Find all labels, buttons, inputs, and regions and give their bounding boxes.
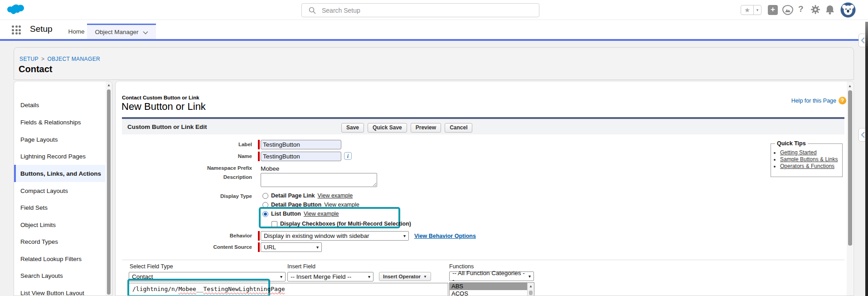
section-divider xyxy=(122,260,844,260)
search-input[interactable] xyxy=(301,3,539,17)
sidebar-item-details[interactable]: Details xyxy=(14,96,105,113)
setup-gear-icon[interactable] xyxy=(810,5,820,15)
name-input[interactable] xyxy=(261,152,341,161)
select-caret-icon: ▾ xyxy=(529,274,531,279)
select-caret-icon: ▾ xyxy=(368,274,370,279)
view-behavior-options-link[interactable]: View Behavior Options xyxy=(414,233,476,239)
user-avatar[interactable] xyxy=(840,2,856,18)
label-input[interactable] xyxy=(261,140,341,149)
preview-button[interactable]: Preview xyxy=(411,123,441,133)
scrollbar-up-arrow-icon[interactable]: ▲ xyxy=(106,82,112,89)
behavior-select[interactable]: Display in existing window with sidebar▾ xyxy=(261,231,409,241)
scrollbar-up-arrow-icon[interactable]: ▲ xyxy=(528,283,534,290)
favorites-star-icon[interactable]: ★ xyxy=(741,5,754,15)
content-scrollbar[interactable]: ▲ xyxy=(847,81,853,296)
sidebar-item-object-limits[interactable]: Object Limits xyxy=(14,216,105,233)
quick-save-button[interactable]: Quick Save xyxy=(368,123,407,133)
breadcrumb-object-manager-link[interactable]: OBJECT MANAGER xyxy=(47,56,100,62)
sample-buttons-links-link[interactable]: Sample Buttons & Links xyxy=(780,156,838,163)
view-example-link[interactable]: View example xyxy=(318,192,353,199)
radio-icon[interactable] xyxy=(262,193,268,199)
listbox-scrollbar[interactable]: ▲ xyxy=(527,283,534,296)
name-field-label: Name xyxy=(152,153,252,159)
scrollbar-thumb[interactable] xyxy=(107,89,111,295)
tab-home[interactable]: Home xyxy=(66,24,87,39)
global-search xyxy=(301,3,539,17)
quick-tips-item: Operators & Functions xyxy=(780,163,838,169)
required-marker xyxy=(258,140,260,149)
formula-text[interactable]: /lightning/n/Mobee__TestingNewLightningP… xyxy=(132,286,285,292)
quick-tips-item: Sample Buttons & Links xyxy=(780,156,838,163)
sidebar-item-lightning-record-pages[interactable]: Lightning Record Pages xyxy=(14,148,105,165)
select-field-type-label: Select Field Type xyxy=(130,263,173,270)
sidebar-item-fields-relationships[interactable]: Fields & Relationships xyxy=(14,113,105,131)
favorites-caret-icon[interactable]: ▾ xyxy=(754,5,761,15)
sidebar-item-list-view-button-layout[interactable]: List View Button Layout xyxy=(14,284,105,296)
quick-tips-links: Getting Started Sample Buttons & Links O… xyxy=(780,149,838,170)
breadcrumb-setup-link[interactable]: SETUP xyxy=(19,56,39,62)
quick-create-icon[interactable]: + xyxy=(768,5,778,15)
scrollbar-up-arrow-icon[interactable]: ▲ xyxy=(847,83,853,89)
tab-object-manager[interactable]: Object Manager xyxy=(87,24,156,39)
content-title: New Button or Link xyxy=(121,101,206,113)
description-textarea[interactable] xyxy=(261,173,377,187)
sidebar-scrollbar[interactable]: ▲ xyxy=(106,81,112,296)
notifications-bell-icon[interactable] xyxy=(825,5,835,15)
sidebar-item-label: Field Sets xyxy=(20,204,48,211)
page-header-card: SETUP>OBJECT MANAGER Contact xyxy=(14,47,854,80)
sidebar-item-field-sets[interactable]: Field Sets xyxy=(14,199,105,216)
label-field-label: Label xyxy=(152,142,252,147)
radio-label: Detail Page Link xyxy=(271,192,315,199)
sidebar-item-label: Buttons, Links, and Actions xyxy=(20,170,101,177)
formula-word-misspelled: TestingNewLightningPage xyxy=(204,286,285,292)
content-source-label: Content Source xyxy=(152,244,252,250)
radio-label: List Button xyxy=(271,211,301,217)
namespace-prefix-value: Mobee xyxy=(261,165,279,172)
function-item-abs[interactable]: ABS xyxy=(450,283,528,290)
content-source-select[interactable]: URL▾ xyxy=(261,242,322,252)
help-icon[interactable]: ? xyxy=(798,4,804,14)
getting-started-link[interactable]: Getting Started xyxy=(780,149,817,156)
sidebar-item-label: List View Button Layout xyxy=(20,290,84,296)
formula-word-misspelled: Mobee xyxy=(179,286,196,292)
window-scrollbar[interactable] xyxy=(865,22,868,296)
radio-detail-page-link[interactable]: Detail Page Link View example xyxy=(262,192,353,199)
save-button[interactable]: Save xyxy=(341,123,364,133)
radio-selected-icon[interactable] xyxy=(262,211,268,217)
display-checkboxes-option[interactable]: Display Checkboxes (for Multi-Record Sel… xyxy=(272,220,411,227)
breadcrumb: SETUP>OBJECT MANAGER xyxy=(19,56,100,62)
insert-operator-button[interactable]: Insert Operator▼ xyxy=(379,272,431,281)
view-example-link[interactable]: View example xyxy=(304,211,339,217)
sidebar-item-search-layouts[interactable]: Search Layouts xyxy=(14,267,105,284)
sidebar-item-compact-layouts[interactable]: Compact Layouts xyxy=(14,182,105,199)
required-marker xyxy=(258,242,260,252)
salesforce-logo-icon xyxy=(5,3,25,17)
function-item-acos[interactable]: ACOS xyxy=(450,290,528,296)
app-launcher-icon[interactable] xyxy=(12,25,24,35)
sidebar-item-related-lookup-filters[interactable]: Related Lookup Filters xyxy=(14,250,105,267)
section-title: Custom Button or Link Edit xyxy=(127,123,207,130)
description-label: Description xyxy=(152,174,252,180)
checkbox-icon[interactable] xyxy=(272,221,277,227)
sidebar-item-page-layouts[interactable]: Page Layouts xyxy=(14,131,105,148)
insert-operator-label: Insert Operator xyxy=(383,274,421,279)
cancel-button[interactable]: Cancel xyxy=(445,123,472,133)
radio-list-button[interactable]: List Button View example xyxy=(262,210,339,217)
sidebar-item-record-types[interactable]: Record Types xyxy=(14,233,105,250)
breadcrumb-separator: > xyxy=(41,56,44,62)
help-for-this-page-link[interactable]: Help for this Page xyxy=(791,98,836,104)
sidebar-item-buttons-links-actions[interactable]: Buttons, Links, and Actions xyxy=(14,165,105,182)
trailhead-icon[interactable] xyxy=(782,5,794,15)
scrollbar-thumb[interactable] xyxy=(529,291,533,295)
action-buttons: Save Quick Save Preview Cancel xyxy=(341,123,472,133)
page-title: Contact xyxy=(19,64,52,74)
sidebar-item-label: Search Layouts xyxy=(20,272,63,279)
functions-category-select[interactable]: -- All Function Categories --▾ xyxy=(449,271,534,281)
operators-functions-link[interactable]: Operators & Functions xyxy=(780,163,834,169)
info-icon[interactable]: i xyxy=(344,152,352,160)
insert-field-select[interactable]: -- Insert Merge Field --▾ xyxy=(287,272,373,281)
functions-category-value: -- All Function Categories -- xyxy=(452,270,525,283)
select-caret-icon: ▾ xyxy=(280,274,282,279)
scrollbar-thumb[interactable] xyxy=(848,90,852,246)
help-question-icon[interactable]: ? xyxy=(839,97,846,104)
